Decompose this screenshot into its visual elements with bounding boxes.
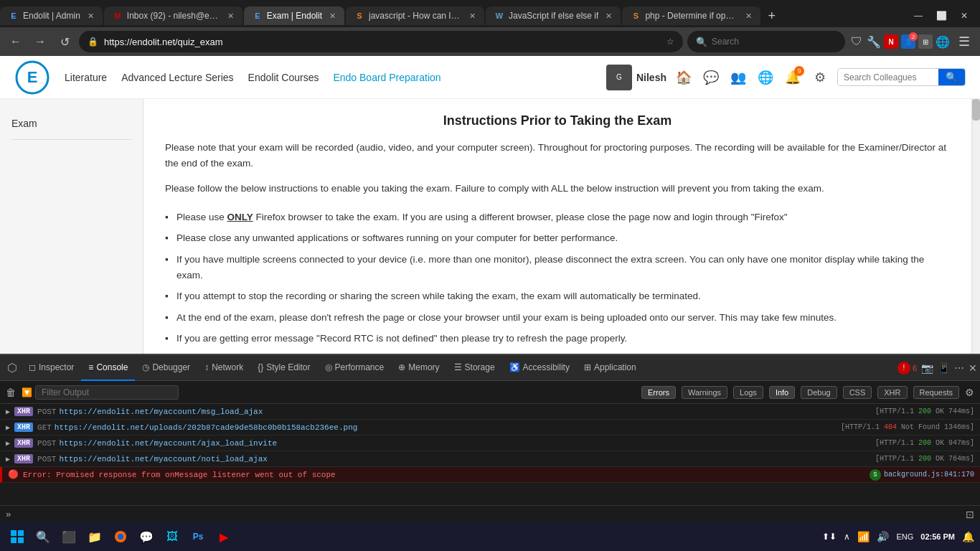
tab-close-1[interactable]: ✕ [88, 11, 94, 21]
nav-endo-board[interactable]: Endo Board Preparation [333, 72, 440, 83]
maximize-button[interactable]: ⬜ [931, 6, 951, 26]
bookmark-icon[interactable]: ☆ [666, 37, 674, 47]
nav-endolit-courses[interactable]: Endolit Courses [248, 72, 319, 83]
people-icon[interactable]: 👥 [728, 67, 748, 88]
console-row-4[interactable]: ▶ XHR POST https://endolit.net/myaccount… [0, 451, 980, 467]
nav-advanced-lecture[interactable]: Advanced Lecture Series [121, 72, 233, 83]
sidebar-item-exam[interactable]: Exam [11, 113, 131, 133]
browser-menu-button[interactable]: ☰ [954, 32, 974, 52]
tools-extension-icon[interactable]: 🔧 [867, 34, 881, 49]
notifications-icon[interactable]: 🔔 9 [783, 67, 803, 88]
filter-xhr-button[interactable]: XHR [877, 386, 907, 399]
devtools-tab-debugger[interactable]: ◷ Debugger [135, 355, 197, 381]
console-dock-button[interactable]: ⊡ [966, 509, 974, 520]
devtools-tab-memory[interactable]: ⊕ Memory [391, 355, 446, 381]
content-scrollbar[interactable] [971, 99, 980, 354]
console-row-2[interactable]: ▶ XHR GET https://endolit.net/uploads/20… [0, 420, 980, 435]
taskbar-show-hidden[interactable]: ∧ [844, 532, 850, 542]
tab-close-4[interactable]: ✕ [469, 11, 476, 21]
inspector-label: Inspector [39, 362, 74, 372]
taskbar-media[interactable]: ▶ [212, 525, 235, 548]
tab-close-5[interactable]: ✕ [606, 11, 612, 21]
user-avatar: G [606, 65, 632, 90]
console-row-error[interactable]: 🔴 Error: Promised response from onMessag… [0, 467, 980, 483]
devtools-pick-element[interactable]: ⬡ [3, 361, 22, 375]
grid-extension-icon[interactable]: ⊞ [918, 34, 933, 49]
search-colleagues-button[interactable]: 🔍 [938, 69, 965, 85]
taskbar-firefox[interactable] [109, 525, 132, 548]
filter-logs-button[interactable]: Logs [733, 386, 763, 399]
home-icon[interactable]: 🏠 [674, 67, 694, 88]
tab-w3-js[interactable]: W JavaScript if else else if ✕ [486, 6, 621, 25]
devtools-screenshot-button[interactable]: 📷 [921, 362, 933, 374]
filter-output-input[interactable] [35, 385, 179, 400]
clear-console-button[interactable]: 🗑 [6, 387, 16, 398]
filter-info-button[interactable]: Info [769, 386, 795, 399]
taskbar-file-explorer[interactable]: 📁 [83, 525, 106, 548]
tab-stackoverflow-php[interactable]: S php - Determine if opera... ✕ [622, 6, 760, 25]
tab-close-6[interactable]: ✕ [745, 11, 752, 21]
site-logo[interactable]: E [14, 60, 50, 95]
minimize-button[interactable]: — [908, 6, 928, 26]
tab-close-2[interactable]: ✕ [227, 11, 234, 21]
address-input[interactable] [104, 37, 661, 47]
filter-css-button[interactable]: CSS [843, 386, 872, 399]
page-title: Instructions Prior to Taking the Exam [165, 113, 950, 128]
tab-exam-endolit[interactable]: E Exam | Endolit ✕ [244, 6, 344, 25]
filter-errors-button[interactable]: Errors [641, 386, 676, 399]
taskbar-photoshop[interactable]: Ps [187, 525, 209, 548]
taskbar-photos[interactable]: 🖼 [161, 525, 184, 548]
taskbar-notification-bell[interactable]: 🔔 [962, 531, 974, 542]
address-bar-container[interactable]: 🔒 ☆ [79, 31, 683, 52]
search-colleagues-container[interactable]: 🔍 [837, 68, 966, 86]
devtools-tab-inspector[interactable]: ◻ Inspector [22, 355, 81, 381]
search-input[interactable] [712, 37, 826, 47]
n-extension-icon[interactable]: N [884, 34, 898, 49]
console-row-1[interactable]: ▶ XHR POST https://endolit.net/myaccount… [0, 404, 980, 420]
devtools-tab-console[interactable]: ≡ Console [81, 355, 135, 381]
settings-icon[interactable]: ⚙ [810, 67, 830, 88]
reload-button[interactable]: ↺ [55, 32, 75, 52]
devtools-close-button[interactable]: ✕ [969, 362, 977, 374]
taskbar-start-button[interactable] [6, 525, 29, 548]
tab-stackoverflow-js[interactable]: S javascript - How can I ge... ✕ [346, 6, 484, 25]
taskbar-volume-icon[interactable]: 🔊 [877, 531, 889, 542]
devtools-responsive-button[interactable]: 📱 [938, 362, 950, 374]
nav-literature[interactable]: Literature [65, 72, 107, 83]
filter-warnings-button[interactable]: Warnings [682, 386, 727, 399]
inspector-icon: ◻ [29, 362, 36, 372]
taskbar-chat[interactable]: 💬 [135, 525, 158, 548]
search-box[interactable]: 🔍 [687, 31, 845, 52]
shield-extension-icon[interactable]: 🛡 [849, 34, 864, 49]
tab-gmail[interactable]: M Inbox (92) - nilesh@endo... ✕ [104, 6, 242, 25]
taskbar-language[interactable]: ENG [896, 532, 913, 541]
tab-endolit-admin[interactable]: E Endolit | Admin ✕ [0, 6, 103, 25]
taskbar-wifi-icon[interactable]: 📶 [857, 531, 870, 542]
devtools-tab-style-editor[interactable]: {} Style Editor [250, 355, 317, 381]
devtools-more-button[interactable]: ⋯ [954, 362, 964, 374]
filter-requests-button[interactable]: Requests [913, 386, 959, 399]
devtools-tab-accessibility[interactable]: ♿ Accessibility [502, 355, 577, 381]
taskbar-clock[interactable]: 02:56 PM [920, 532, 955, 541]
filter-settings-button[interactable]: ⚙ [965, 387, 974, 398]
globe-extension-icon[interactable]: 🌐 [936, 34, 950, 49]
taskbar-search-button[interactable]: 🔍 [32, 525, 55, 548]
console-row-3[interactable]: ▶ XHR POST https://endolit.net/myaccount… [0, 435, 980, 451]
devtools-tab-storage[interactable]: ☰ Storage [447, 355, 502, 381]
taskbar-task-view[interactable]: ⬛ [57, 525, 80, 548]
chat-icon[interactable]: 💬 [701, 67, 721, 88]
devtools-tab-application[interactable]: ⊞ Application [577, 355, 644, 381]
notification-extension-icon[interactable]: 👤 2 [901, 34, 915, 49]
new-tab-button[interactable]: + [762, 9, 781, 24]
search-colleagues-input[interactable] [838, 70, 938, 85]
back-button[interactable]: ← [6, 32, 26, 52]
devtools-tab-performance[interactable]: ◎ Performance [318, 355, 392, 381]
devtools-tab-network[interactable]: ↕ Network [197, 355, 250, 381]
devtools-panel: ⬡ ◻ Inspector ≡ Console ◷ Debugger ↕ Net… [0, 354, 980, 522]
close-window-button[interactable]: ✕ [954, 6, 974, 26]
taskbar-network-icon[interactable]: ⬆⬇ [822, 532, 837, 542]
globe-icon[interactable]: 🌐 [755, 67, 776, 88]
filter-debug-button[interactable]: Debug [801, 386, 837, 399]
tab-close-3[interactable]: ✕ [329, 11, 336, 21]
forward-button[interactable]: → [30, 32, 50, 52]
